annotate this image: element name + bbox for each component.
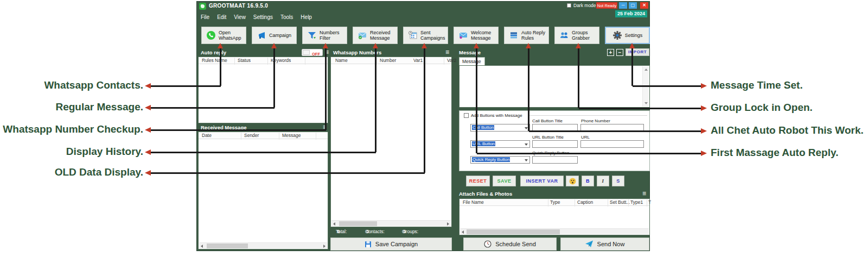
hamburger-menu-icon[interactable]: ≡ [445,49,449,56]
message-textarea[interactable] [459,65,650,108]
save-button[interactable]: SAVE [493,176,516,186]
menu-settings[interactable]: Settings [253,14,273,20]
import-button[interactable]: IMPORT [626,48,649,56]
app-window: GROOTMAAT 16.9.5.0 Dark mode Not Ready ─… [196,1,650,251]
toolbar-label: Groups Grabber [572,30,598,41]
save-campaign-label: Save Campaign [375,241,418,247]
filter-icon [307,30,317,40]
send-now-label: Send Now [597,241,625,247]
arrow-right-icon [701,128,707,134]
checkbox-icon[interactable] [464,113,469,118]
maximize-button[interactable]: ▢ [629,2,637,9]
canvas: GROOTMAAT 16.9.5.0 Dark mode Not Ready ─… [0,0,868,256]
scroll-left-icon[interactable] [462,230,464,234]
reset-button[interactable]: RESET [466,176,490,186]
received-table: Date Sender Message [198,132,328,249]
scroll-down-icon[interactable] [644,102,648,104]
url-button-dropdown[interactable]: URL Button [470,140,530,148]
status-badge[interactable]: Not Ready [596,2,617,9]
column-header: Keywords [271,58,291,63]
welcome-message-button[interactable]: Welcome Message [454,27,499,44]
column-header: Name [335,58,348,63]
add-message-button[interactable]: + [607,49,614,56]
title-bar: GROOTMAAT 16.9.5.0 Dark mode Not Ready ─… [197,2,649,10]
calendar-clock-icon [408,30,418,40]
scroll-right-icon[interactable] [323,245,326,248]
table-header-row: Date Sender Message [199,132,328,139]
hamburger-menu-icon[interactable]: ≡ [323,124,327,131]
dropdown-value: Quick Reply Button [472,157,510,162]
quick-reply-input[interactable] [532,156,578,164]
annotation-label-right-2: All Chet Auto Robot This Work. [711,124,864,136]
menu-help[interactable]: Help [301,14,312,20]
auto-reply-toggle[interactable]: OFF [302,49,323,56]
horizontal-scrollbar[interactable] [460,228,649,234]
panel-title: Message [459,49,481,55]
campaign-button[interactable]: Campaign [252,27,297,44]
horizontal-scrollbar[interactable] [199,242,327,248]
scroll-left-icon[interactable] [201,245,203,248]
url-input[interactable] [580,140,644,148]
numbers-filter-button[interactable]: Numbers Filter [302,27,347,44]
column-header: Caption [577,199,593,205]
table-header-row: Rules Name Status Keywords [199,57,328,64]
groups-grabber-button[interactable]: Groups Grabber [554,27,599,44]
menu-view[interactable]: View [234,14,246,20]
phone-number-input[interactable] [580,124,644,132]
emoji-button[interactable] [566,176,579,186]
insert-var-button[interactable]: INSERT VAR [520,176,564,186]
paper-plane-icon [585,240,593,248]
hamburger-menu-icon[interactable]: ≡ [642,190,646,197]
url-label: URL [581,135,590,140]
message-tab[interactable]: Message [459,57,485,65]
scroll-left-icon[interactable] [333,222,335,226]
horizontal-scrollbar[interactable] [331,220,451,226]
quick-reply-dropdown[interactable]: Quick Reply Button [470,156,530,164]
bold-button[interactable]: B [582,176,594,186]
call-button-dropdown[interactable]: Call Button [470,124,530,132]
schedule-send-button[interactable]: Schedule Send [463,238,557,251]
arrow-left-icon [145,83,151,89]
remove-message-button[interactable]: − [616,49,623,56]
italic-button[interactable]: I [597,176,609,186]
send-now-button[interactable]: Send Now [560,238,649,251]
groups-people-icon [559,30,569,40]
menu-file[interactable]: File [201,14,209,20]
groups-label: Groups: [402,229,418,234]
auto-reply-panel: Auto reply OFF ≡ Rules Name Status Keywo… [198,48,328,123]
dark-mode-label: Dark mode [573,3,596,8]
url-title-input[interactable] [532,140,578,148]
scroll-up-icon[interactable] [644,68,648,71]
toolbar-label: Open WhatsApp [219,30,245,41]
received-message-button[interactable]: Received Message [353,27,398,44]
menu-tools[interactable]: Tools [280,14,293,20]
save-campaign-button[interactable]: Save Campaign [330,238,452,251]
column-header: Type1 [630,199,643,205]
open-whatsapp-button[interactable]: Open WhatsApp [201,27,246,44]
auto-reply-rules-button[interactable]: Auto Reply Rules [504,27,549,44]
hamburger-menu-icon[interactable]: ≡ [325,49,329,56]
phone-number-label: Phone Number [581,118,610,123]
settings-button[interactable]: Settings [605,27,650,44]
arrow-right-icon [701,151,707,156]
dark-mode-checkbox[interactable]: Dark mode [567,3,596,8]
sent-campaigns-button[interactable]: Sent Campaigns [403,27,448,44]
column-header: Type [550,199,560,205]
toolbar-label: Received Message [370,30,396,41]
app-logo-icon [199,3,206,10]
add-buttons-checkbox[interactable]: Add Buttons with Message [464,113,522,118]
scrollbar-thumb[interactable] [207,243,248,248]
menu-edit[interactable]: Edit [217,14,226,20]
call-title-input[interactable] [532,124,578,132]
scroll-right-icon[interactable] [447,222,449,226]
close-button[interactable]: ✕ [640,2,648,9]
groupbox-line [529,115,647,116]
url-title-label: URL Button Title [532,135,564,140]
vertical-scrollbar[interactable] [642,66,649,107]
minimize-button[interactable]: ─ [619,2,627,9]
scrollbar-thumb[interactable] [339,221,377,226]
scrollbar-thumb[interactable] [467,229,560,234]
quick-reply-label: Quick Reply Button [532,151,569,155]
checkbox-icon[interactable] [567,3,571,8]
strikethrough-button[interactable]: S [612,176,624,186]
